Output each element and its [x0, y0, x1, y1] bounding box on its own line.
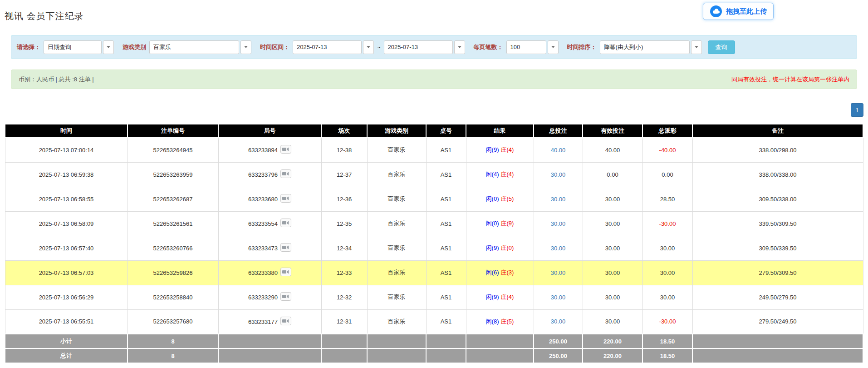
date-from-dropdown-button[interactable]: [363, 40, 374, 54]
header-round-id: 局号: [218, 124, 321, 138]
round-id-text: 633233473: [248, 245, 278, 252]
topbar: 视讯 会员下注纪录 拖拽至此上传: [0, 0, 868, 26]
total-label: 总计: [5, 348, 128, 363]
total-count: 8: [128, 348, 218, 363]
table-row: 2025-07-13 06:56:29 522653258840 6332332…: [5, 285, 863, 309]
total-valid-bet: 220.00: [583, 348, 642, 363]
subtotal-payout: 18.50: [642, 334, 692, 348]
cell-round-id: 633233380: [218, 260, 321, 285]
cell-payout: 30.00: [642, 236, 692, 260]
query-type-input[interactable]: [44, 40, 102, 54]
query-type-dropdown-button[interactable]: [103, 40, 114, 54]
cell-game-type: 百家乐: [367, 285, 426, 309]
game-type-dropdown-button[interactable]: [240, 40, 251, 54]
subtotal-total-bet: 250.00: [534, 334, 583, 348]
header-bet-id: 注单编号: [128, 124, 218, 138]
sort-order-dropdown-button[interactable]: [691, 40, 702, 54]
upload-label: 拖拽至此上传: [726, 7, 767, 16]
result-player: 闲(4): [486, 171, 499, 178]
cell-round-id: 633233290: [218, 285, 321, 309]
header-table-no: 桌号: [426, 124, 466, 138]
cell-session: 12-31: [321, 309, 367, 334]
video-replay-icon[interactable]: [280, 292, 291, 302]
game-type-input[interactable]: [149, 40, 239, 54]
result-player: 闲(6): [486, 269, 499, 276]
video-replay-icon[interactable]: [280, 145, 291, 155]
query-type-combo: [44, 40, 114, 54]
subtotal-row: 小计 8 250.00 220.00 18.50: [5, 334, 863, 348]
total-bet-link[interactable]: 30.00: [551, 269, 566, 276]
result-player: 闲(9): [486, 244, 499, 251]
video-replay-icon[interactable]: [280, 169, 291, 179]
cell-total-bet: 30.00: [534, 285, 583, 309]
page-title: 视讯 会员下注纪录: [5, 10, 84, 22]
cell-game-type: 百家乐: [367, 138, 426, 162]
date-from-input[interactable]: [293, 40, 362, 54]
round-id-text: 633233290: [248, 294, 278, 301]
cell-total-bet: 30.00: [534, 309, 583, 334]
search-button[interactable]: 查询: [708, 40, 735, 54]
video-replay-icon[interactable]: [280, 194, 291, 204]
round-id-text: 633233894: [248, 147, 278, 154]
page-size-input[interactable]: [506, 40, 546, 54]
cell-valid-bet: 30.00: [583, 236, 642, 260]
upload-dropzone[interactable]: 拖拽至此上传: [703, 3, 774, 20]
cell-table-no: AS1: [426, 162, 466, 187]
cell-time: 2025-07-13 06:58:09: [5, 211, 128, 236]
chevron-down-icon: [458, 46, 461, 48]
cell-table-no: AS1: [426, 285, 466, 309]
cell-bet-id: 522653262687: [128, 187, 218, 211]
header-note: 备注: [692, 124, 863, 138]
table-footer: 小计 8 250.00 220.00 18.50 总计 8 250.00 220…: [5, 334, 863, 363]
result-banker: 庄(0): [501, 244, 514, 251]
total-payout: 18.50: [642, 348, 692, 363]
cell-payout: 28.50: [642, 187, 692, 211]
subtotal-empty: [692, 334, 863, 348]
cell-game-type: 百家乐: [367, 236, 426, 260]
cell-time: 2025-07-13 06:57:40: [5, 236, 128, 260]
total-bet-link[interactable]: 30.00: [551, 318, 566, 325]
sort-order-input[interactable]: [600, 40, 690, 54]
video-replay-icon[interactable]: [280, 317, 291, 327]
total-bet-link[interactable]: 30.00: [551, 220, 566, 227]
result-banker: 庄(4): [501, 146, 514, 153]
cell-total-bet: 40.00: [534, 138, 583, 162]
cell-time: 2025-07-13 06:58:55: [5, 187, 128, 211]
cell-table-no: AS1: [426, 260, 466, 285]
video-replay-icon[interactable]: [280, 219, 291, 229]
date-to-input[interactable]: [384, 40, 453, 54]
sort-order-label: 时间排序：: [567, 43, 597, 51]
date-from-combo: [293, 40, 374, 54]
cell-game-type: 百家乐: [367, 162, 426, 187]
table-header: 时间 注单编号 局号 场次 游戏类别 桌号 结果 总投注 有效投注 总派彩 备注: [5, 124, 863, 138]
total-row: 总计 8 250.00 220.00 18.50: [5, 348, 863, 363]
bet-records-table: 时间 注单编号 局号 场次 游戏类别 桌号 结果 总投注 有效投注 总派彩 备注…: [5, 124, 863, 363]
date-to-dropdown-button[interactable]: [454, 40, 465, 54]
header-session: 场次: [321, 124, 367, 138]
total-bet-link[interactable]: 30.00: [551, 196, 566, 203]
cell-payout: 0.00: [642, 162, 692, 187]
round-id-text: 633233554: [248, 220, 278, 227]
total-bet-link[interactable]: 30.00: [551, 171, 566, 178]
header-time: 时间: [5, 124, 128, 138]
subtotal-empty: [426, 334, 466, 348]
round-id-text: 633233177: [248, 318, 278, 325]
total-bet-link[interactable]: 30.00: [551, 294, 566, 301]
cell-total-bet: 30.00: [534, 211, 583, 236]
cell-game-type: 百家乐: [367, 211, 426, 236]
cell-bet-id: 522653260766: [128, 236, 218, 260]
cell-result: 闲(0)庄(9): [466, 211, 534, 236]
cell-round-id: 633233894: [218, 138, 321, 162]
video-replay-icon[interactable]: [280, 268, 291, 278]
total-bet-link[interactable]: 40.00: [551, 147, 566, 154]
round-id-text: 633233796: [248, 171, 278, 178]
cell-payout: -40.00: [642, 138, 692, 162]
cell-session: 12-38: [321, 138, 367, 162]
cell-note: 279.50/309.50: [692, 260, 863, 285]
page-button-1[interactable]: 1: [851, 103, 863, 117]
total-bet-link[interactable]: 30.00: [551, 245, 566, 252]
chevron-down-icon: [244, 46, 248, 48]
video-replay-icon[interactable]: [280, 243, 291, 253]
game-type-combo: [149, 40, 251, 54]
page-size-dropdown-button[interactable]: [548, 40, 559, 54]
